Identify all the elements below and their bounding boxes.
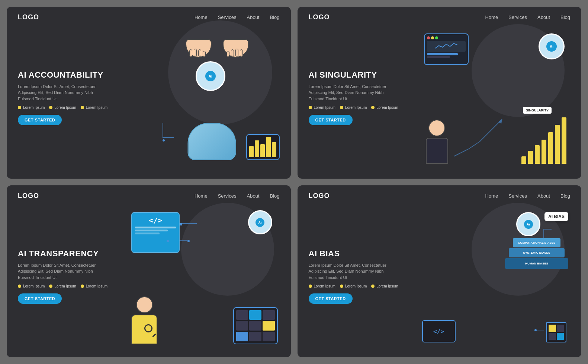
nav-home-1[interactable]: Home (195, 14, 208, 20)
illus-accountability: Ai (129, 28, 280, 168)
nav-about-3[interactable]: About (247, 193, 259, 199)
title-singularity: AI SINGULARITY (309, 70, 420, 80)
bg-2 (557, 325, 564, 332)
nav-home-2[interactable]: Home (485, 14, 498, 20)
nav-services-1[interactable]: Services (218, 14, 237, 20)
nav-blog-1[interactable]: Blog (270, 14, 279, 20)
dot-4a (309, 285, 312, 288)
bullets-singularity: Lorem Ipsum Lorem Ipsum Lorem Ipsum (309, 105, 420, 110)
nav-services-2[interactable]: Services (508, 14, 527, 20)
code-screen-bias: </> (422, 320, 456, 342)
line-conn-1 (182, 223, 197, 224)
text-singularity: AI SINGULARITY Lorem Ipsum Dolor Sit Ame… (309, 28, 420, 168)
bullet-label-3b: Lorem Ipsum (54, 284, 76, 288)
get-started-btn-3[interactable]: GET STARTED (18, 293, 62, 304)
nav-services-3[interactable]: Services (218, 193, 237, 199)
card-singularity: LOGO Home Services About Blog AI SINGULA… (298, 7, 582, 179)
nav-singularity: LOGO Home Services About Blog (298, 7, 582, 28)
sbar-3 (535, 145, 540, 164)
grid-bias (546, 322, 566, 342)
bullet-3a: Lorem Ipsum (18, 284, 45, 288)
person-singularity (426, 120, 448, 164)
nav-links-bias: Home Services About Blog (485, 193, 570, 199)
logo-accountability: LOGO (18, 13, 39, 21)
bias-tag: AI BIAS (544, 212, 568, 221)
magnify-glass (144, 324, 155, 335)
bias-pyramid: COMPUTATIONAL BIASES SYSTEMIC BIASES HUM… (505, 238, 568, 269)
circuit-h1 (163, 137, 174, 138)
get-started-btn-4[interactable]: GET STARTED (309, 293, 353, 304)
bullet-4c: Lorem Ipsum (371, 284, 398, 288)
chart-accountability (246, 134, 280, 160)
bg-1 (549, 325, 556, 332)
screen-singularity (424, 33, 469, 65)
nav-services-4[interactable]: Services (508, 193, 527, 199)
singularity-tag: SINGULARITY (523, 107, 552, 114)
card-accountability: LOGO Home Services About Blog AI ACCOUNT… (7, 7, 291, 179)
bg-4 (557, 333, 564, 340)
bullet-label-2a: Lorem Ipsum (314, 105, 335, 110)
nav-about-1[interactable]: About (247, 14, 259, 20)
bar-4 (266, 137, 271, 157)
content-bias: AI BIAS Lorem Ipsum Dolor Sit Amet, Cons… (298, 207, 582, 357)
bullet-3b: Lorem Ipsum (49, 284, 76, 288)
title-transparency: AI TRANSPARENCY (18, 249, 129, 259)
dot-2c (371, 106, 375, 109)
nav-blog-4[interactable]: Blog (560, 193, 570, 199)
get-started-btn-1[interactable]: GET STARTED (18, 115, 62, 125)
ai-badge-3: Ai (256, 218, 264, 227)
title-accountability: AI ACCOUNTABILITY (18, 70, 129, 80)
title-bias: AI BIAS (309, 249, 420, 259)
get-started-btn-2[interactable]: GET STARTED (309, 115, 353, 125)
robot-body-1 (187, 123, 236, 160)
robot-head-3: Ai (248, 210, 272, 234)
bullet-label-4a: Lorem Ipsum (314, 284, 335, 288)
bias-level-2: SYSTEMIC BIASES (509, 248, 565, 257)
grid-screen-transparency (233, 307, 278, 344)
card-bias: LOGO Home Services About Blog AI BIAS Lo… (298, 185, 582, 357)
sbar-5 (548, 132, 553, 164)
bullet-2b: Lorem Ipsum (340, 105, 367, 110)
circuit-v1 (163, 123, 163, 138)
dot-3c (81, 285, 84, 288)
hand-left (186, 39, 212, 58)
nav-links-singularity: Home Services About Blog (485, 14, 570, 20)
line-b3 (544, 229, 552, 230)
card-transparency: LOGO Home Services About Blog AI TRANSPA… (7, 185, 291, 357)
nav-about-4[interactable]: About (537, 193, 550, 199)
dot-1a (18, 106, 21, 109)
line-b1 (537, 331, 544, 331)
bullet-3c: Lorem Ipsum (81, 284, 107, 288)
sbar-2 (528, 151, 533, 164)
bar-chart-singularity (521, 116, 566, 164)
nav-home-3[interactable]: Home (195, 193, 208, 199)
person-body-s (426, 138, 448, 164)
gc-5 (249, 321, 261, 331)
nav-links-transparency: Home Services About Blog (195, 193, 280, 199)
node-b1 (534, 329, 537, 331)
person-head-t (136, 296, 153, 313)
bullet-2a: Lorem Ipsum (309, 105, 335, 110)
dot-4b (340, 285, 343, 288)
bullet-1b: Lorem Ipsum (49, 105, 76, 110)
nav-home-4[interactable]: Home (485, 193, 498, 199)
ai-badge-4: Ai (524, 220, 533, 229)
bullet-label-1b: Lorem Ipsum (54, 105, 76, 110)
bias-level-1: COMPUTATIONAL BIASES (513, 238, 560, 247)
nav-links-accountability: Home Services About Blog (195, 14, 280, 20)
gc-8 (249, 332, 261, 341)
nav-blog-2[interactable]: Blog (560, 14, 570, 20)
node-1 (167, 240, 169, 242)
bullet-label-3a: Lorem Ipsum (23, 284, 45, 288)
dot-1c (81, 106, 84, 109)
nav-blog-3[interactable]: Blog (270, 193, 279, 199)
desc-singularity: Lorem Ipsum Dolor Sit Amet, Consectetuer… (309, 84, 398, 102)
bg-3 (549, 333, 556, 340)
sbar-6 (555, 125, 560, 164)
logo-singularity: LOGO (309, 13, 330, 21)
nav-about-2[interactable]: About (537, 14, 550, 20)
robot-head-2: Ai (539, 33, 565, 59)
bar-5 (272, 142, 276, 157)
sbar-4 (542, 140, 546, 164)
bias-level-3: HUMAN BIASES (505, 258, 568, 269)
